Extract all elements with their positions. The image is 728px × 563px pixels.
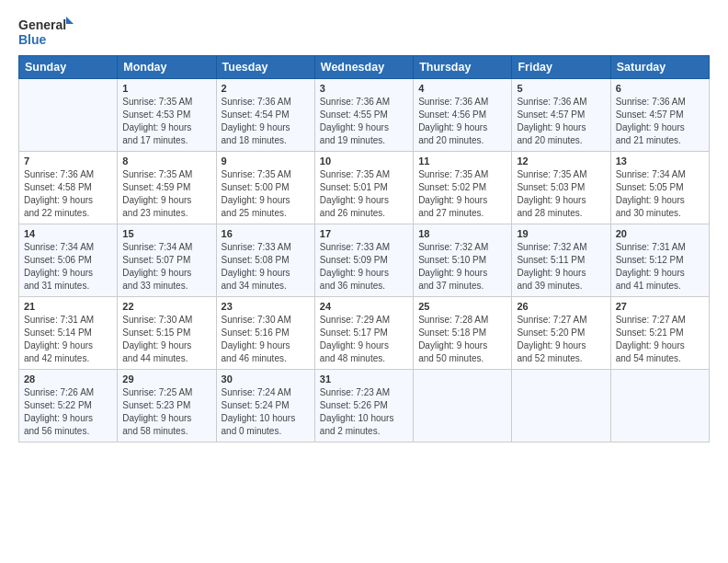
calendar-cell <box>19 79 118 152</box>
day-number: 17 <box>320 228 408 239</box>
cell-content: Sunrise: 7:31 AM Sunset: 5:14 PM Dayligh… <box>24 314 112 365</box>
calendar-cell: 9Sunrise: 7:35 AM Sunset: 5:00 PM Daylig… <box>216 152 314 224</box>
header-tuesday: Tuesday <box>216 56 314 79</box>
calendar-table: SundayMondayTuesdayWednesdayThursdayFrid… <box>18 55 710 442</box>
calendar-cell: 25Sunrise: 7:28 AM Sunset: 5:18 PM Dayli… <box>414 297 512 370</box>
cell-content: Sunrise: 7:34 AM Sunset: 5:06 PM Dayligh… <box>24 241 112 293</box>
calendar-cell: 19Sunrise: 7:32 AM Sunset: 5:11 PM Dayli… <box>512 224 610 297</box>
header-wednesday: Wednesday <box>314 56 413 79</box>
day-number: 16 <box>222 228 310 239</box>
day-number: 18 <box>418 228 506 239</box>
header-friday: Friday <box>512 56 610 79</box>
day-number: 15 <box>122 228 210 239</box>
cell-content: Sunrise: 7:30 AM Sunset: 5:16 PM Dayligh… <box>222 314 310 365</box>
cell-content: Sunrise: 7:36 AM Sunset: 4:55 PM Dayligh… <box>320 96 408 147</box>
calendar-cell: 17Sunrise: 7:33 AM Sunset: 5:09 PM Dayli… <box>314 224 413 297</box>
logo-svg: General Blue <box>18 15 74 50</box>
calendar-week-2: 7Sunrise: 7:36 AM Sunset: 4:58 PM Daylig… <box>19 152 710 224</box>
calendar-cell: 5Sunrise: 7:36 AM Sunset: 4:57 PM Daylig… <box>512 79 610 152</box>
day-number: 4 <box>418 83 506 94</box>
calendar-cell: 2Sunrise: 7:36 AM Sunset: 4:54 PM Daylig… <box>216 79 314 152</box>
calendar-cell: 18Sunrise: 7:32 AM Sunset: 5:10 PM Dayli… <box>414 224 512 297</box>
day-number: 20 <box>616 228 704 239</box>
calendar-cell: 27Sunrise: 7:27 AM Sunset: 5:21 PM Dayli… <box>610 297 709 370</box>
cell-content: Sunrise: 7:29 AM Sunset: 5:17 PM Dayligh… <box>320 314 408 365</box>
calendar-cell: 13Sunrise: 7:34 AM Sunset: 5:05 PM Dayli… <box>610 152 709 224</box>
day-number: 19 <box>517 228 605 239</box>
cell-content: Sunrise: 7:32 AM Sunset: 5:10 PM Dayligh… <box>418 241 506 293</box>
calendar-cell: 28Sunrise: 7:26 AM Sunset: 5:22 PM Dayli… <box>19 370 118 442</box>
calendar-cell: 11Sunrise: 7:35 AM Sunset: 5:02 PM Dayli… <box>414 152 512 224</box>
calendar-cell: 26Sunrise: 7:27 AM Sunset: 5:20 PM Dayli… <box>512 297 610 370</box>
header-area: General Blue <box>18 15 710 50</box>
calendar-cell <box>610 370 709 442</box>
day-number: 7 <box>24 155 112 167</box>
day-number: 13 <box>616 155 704 167</box>
day-number: 14 <box>24 228 112 239</box>
calendar-cell: 8Sunrise: 7:35 AM Sunset: 4:59 PM Daylig… <box>118 152 216 224</box>
day-number: 2 <box>222 83 310 94</box>
header-sunday: Sunday <box>19 56 118 79</box>
cell-content: Sunrise: 7:35 AM Sunset: 5:01 PM Dayligh… <box>320 168 408 220</box>
calendar-cell: 30Sunrise: 7:24 AM Sunset: 5:24 PM Dayli… <box>216 370 314 442</box>
svg-marker-2 <box>66 17 74 24</box>
calendar-cell: 7Sunrise: 7:36 AM Sunset: 4:58 PM Daylig… <box>19 152 118 224</box>
calendar-cell: 10Sunrise: 7:35 AM Sunset: 5:01 PM Dayli… <box>314 152 413 224</box>
cell-content: Sunrise: 7:36 AM Sunset: 4:57 PM Dayligh… <box>517 96 605 147</box>
header-saturday: Saturday <box>610 56 709 79</box>
calendar-cell: 22Sunrise: 7:30 AM Sunset: 5:15 PM Dayli… <box>118 297 216 370</box>
day-number: 27 <box>616 301 704 312</box>
cell-content: Sunrise: 7:36 AM Sunset: 4:57 PM Dayligh… <box>616 96 704 147</box>
calendar-cell: 4Sunrise: 7:36 AM Sunset: 4:56 PM Daylig… <box>414 79 512 152</box>
calendar-cell: 24Sunrise: 7:29 AM Sunset: 5:17 PM Dayli… <box>314 297 413 370</box>
header-monday: Monday <box>118 56 216 79</box>
day-number: 9 <box>222 155 310 167</box>
cell-content: Sunrise: 7:32 AM Sunset: 5:11 PM Dayligh… <box>517 241 605 293</box>
cell-content: Sunrise: 7:35 AM Sunset: 5:00 PM Dayligh… <box>222 168 310 220</box>
cell-content: Sunrise: 7:34 AM Sunset: 5:05 PM Dayligh… <box>616 168 704 220</box>
calendar-week-1: 1Sunrise: 7:35 AM Sunset: 4:53 PM Daylig… <box>19 79 710 152</box>
calendar-cell: 1Sunrise: 7:35 AM Sunset: 4:53 PM Daylig… <box>118 79 216 152</box>
cell-content: Sunrise: 7:24 AM Sunset: 5:24 PM Dayligh… <box>222 386 310 438</box>
day-number: 6 <box>616 83 704 94</box>
calendar-cell: 15Sunrise: 7:34 AM Sunset: 5:07 PM Dayli… <box>118 224 216 297</box>
svg-text:Blue: Blue <box>18 32 47 47</box>
page-container: General Blue SundayMondayTuesdayWednesda… <box>0 0 728 452</box>
cell-content: Sunrise: 7:30 AM Sunset: 5:15 PM Dayligh… <box>122 314 210 365</box>
calendar-week-5: 28Sunrise: 7:26 AM Sunset: 5:22 PM Dayli… <box>19 370 710 442</box>
cell-content: Sunrise: 7:35 AM Sunset: 5:02 PM Dayligh… <box>418 168 506 220</box>
cell-content: Sunrise: 7:33 AM Sunset: 5:08 PM Dayligh… <box>222 241 310 293</box>
calendar-cell: 21Sunrise: 7:31 AM Sunset: 5:14 PM Dayli… <box>19 297 118 370</box>
calendar-cell: 14Sunrise: 7:34 AM Sunset: 5:06 PM Dayli… <box>19 224 118 297</box>
day-number: 28 <box>24 373 112 385</box>
cell-content: Sunrise: 7:34 AM Sunset: 5:07 PM Dayligh… <box>122 241 210 293</box>
calendar-cell: 29Sunrise: 7:25 AM Sunset: 5:23 PM Dayli… <box>118 370 216 442</box>
day-number: 24 <box>320 301 408 312</box>
day-number: 8 <box>122 155 210 167</box>
calendar-cell: 3Sunrise: 7:36 AM Sunset: 4:55 PM Daylig… <box>314 79 413 152</box>
day-number: 12 <box>517 155 605 167</box>
cell-content: Sunrise: 7:33 AM Sunset: 5:09 PM Dayligh… <box>320 241 408 293</box>
cell-content: Sunrise: 7:27 AM Sunset: 5:20 PM Dayligh… <box>517 314 605 365</box>
calendar-cell: 6Sunrise: 7:36 AM Sunset: 4:57 PM Daylig… <box>610 79 709 152</box>
day-number: 3 <box>320 83 408 94</box>
cell-content: Sunrise: 7:36 AM Sunset: 4:58 PM Dayligh… <box>24 168 112 220</box>
calendar-cell <box>414 370 512 442</box>
cell-content: Sunrise: 7:35 AM Sunset: 4:53 PM Dayligh… <box>122 96 210 147</box>
day-number: 23 <box>222 301 310 312</box>
logo: General Blue <box>18 15 74 50</box>
day-number: 10 <box>320 155 408 167</box>
cell-content: Sunrise: 7:26 AM Sunset: 5:22 PM Dayligh… <box>24 386 112 438</box>
cell-content: Sunrise: 7:36 AM Sunset: 4:56 PM Dayligh… <box>418 96 506 147</box>
calendar-cell <box>512 370 610 442</box>
cell-content: Sunrise: 7:27 AM Sunset: 5:21 PM Dayligh… <box>616 314 704 365</box>
svg-text:General: General <box>18 17 66 32</box>
day-number: 30 <box>222 373 310 385</box>
day-number: 25 <box>418 301 506 312</box>
calendar-cell: 16Sunrise: 7:33 AM Sunset: 5:08 PM Dayli… <box>216 224 314 297</box>
cell-content: Sunrise: 7:35 AM Sunset: 4:59 PM Dayligh… <box>122 168 210 220</box>
cell-content: Sunrise: 7:25 AM Sunset: 5:23 PM Dayligh… <box>122 386 210 438</box>
calendar-cell: 20Sunrise: 7:31 AM Sunset: 5:12 PM Dayli… <box>610 224 709 297</box>
day-number: 11 <box>418 155 506 167</box>
cell-content: Sunrise: 7:28 AM Sunset: 5:18 PM Dayligh… <box>418 314 506 365</box>
